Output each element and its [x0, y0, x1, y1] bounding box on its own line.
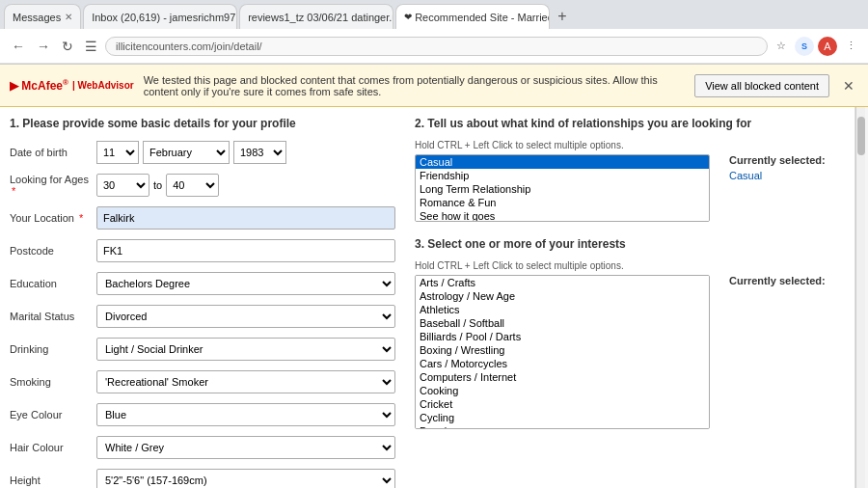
section3-title: 3. Select one or more of your interests	[415, 237, 845, 251]
location-label: Your Location *	[10, 212, 96, 224]
location-control	[96, 206, 395, 230]
education-select[interactable]: Bachelors Degree	[96, 272, 395, 295]
main-area: 1. Please provide some basic details for…	[0, 107, 854, 488]
age-to-select[interactable]: 40	[166, 174, 219, 197]
height-select[interactable]: 5'2"-5'6" (157-169cm)	[96, 469, 395, 488]
home-button[interactable]: ☰	[81, 37, 101, 56]
favicon: ❤	[404, 12, 412, 22]
interests-selected-label: Currently selected:	[729, 275, 845, 286]
right-scroll	[854, 107, 868, 488]
scroll-thumb[interactable]	[857, 117, 865, 155]
postcode-control	[96, 239, 395, 262]
interests-list-wrap: Arts / Crafts Astrology / New Age Athlet…	[415, 275, 710, 429]
dob-control: 11 February 1983	[96, 141, 395, 164]
col-left: 1. Please provide some basic details for…	[10, 117, 395, 488]
nav-bar: ← → ↻ ☰ ☆ S A ⋮	[0, 29, 868, 64]
location-input[interactable]	[96, 206, 395, 230]
mcafee-close-button[interactable]: ✕	[839, 78, 858, 94]
marital-row: Marital Status Divorced	[10, 304, 395, 329]
drinking-row: Drinking Light / Social Drinker	[10, 337, 395, 362]
shield-icon[interactable]: S	[795, 37, 814, 56]
rel-hint: Hold CTRL + Left Click to select multipl…	[415, 140, 845, 150]
mcafee-bar: ▶ McAfee® | WebAdvisor We tested this pa…	[0, 65, 868, 107]
dob-label: Date of birth	[10, 147, 96, 158]
mcafee-webadvisor: | WebAdvisor	[72, 80, 134, 91]
profile-icon[interactable]: A	[818, 37, 837, 56]
age-label: Looking for Ages *	[10, 174, 96, 197]
form-columns: 1. Please provide some basic details for…	[10, 117, 845, 488]
height-label: Height	[10, 474, 96, 486]
browser-chrome: Messages ✕ Inbox (20,619) - jamesrichm97…	[0, 0, 868, 65]
back-button[interactable]: ←	[8, 37, 29, 56]
interests-listbox[interactable]: Arts / Crafts Astrology / New Age Athlet…	[415, 275, 710, 429]
smoking-row: Smoking 'Recreational' Smoker	[10, 369, 395, 394]
nav-icons: ☆ S A ⋮	[772, 37, 860, 56]
col-right: 2. Tell us about what kind of relationsh…	[415, 117, 845, 488]
tab-recommended[interactable]: ❤ Recommended Site - Married D... ✕	[395, 4, 550, 29]
eye-label: Eye Colour	[10, 409, 96, 420]
smoking-select[interactable]: 'Recreational' Smoker	[96, 370, 395, 393]
new-tab-button[interactable]: +	[552, 8, 572, 25]
tab-messages-label: Messages	[13, 12, 61, 23]
postcode-row: Postcode	[10, 238, 395, 263]
age-required: *	[12, 185, 15, 197]
age-control: 30 to 40	[96, 174, 395, 197]
section1-title: 1. Please provide some basic details for…	[10, 117, 395, 130]
eye-select[interactable]: Blue	[96, 403, 395, 426]
hair-label: Hair Colour	[10, 442, 96, 453]
mcafee-logo: ▶ McAfee® | WebAdvisor	[10, 78, 134, 93]
bookmark-icon[interactable]: ☆	[772, 37, 791, 56]
rel-selected-value: Casual	[729, 170, 845, 181]
tab-inbox-label: Inbox (20,619) - jamesrichm97@	[92, 12, 237, 23]
dob-row: Date of birth 11 February 1983	[10, 140, 395, 165]
age-from-select[interactable]: 30	[96, 174, 149, 197]
education-row: Education Bachelors Degree	[10, 271, 395, 296]
tab-messages-close[interactable]: ✕	[65, 12, 72, 22]
marital-label: Marital Status	[10, 311, 96, 322]
interests-hint: Hold CTRL + Left Click to select multipl…	[415, 260, 845, 271]
rel-currently-selected: Currently selected: Casual	[729, 154, 845, 222]
location-required: *	[79, 212, 83, 224]
drinking-control: Light / Social Drinker	[96, 338, 395, 361]
reload-button[interactable]: ↻	[58, 37, 77, 56]
age-to-label: to	[153, 179, 162, 191]
smoking-control: 'Recreational' Smoker	[96, 370, 395, 393]
tab-reviews-label: reviews1_tz 03/06/21 datinger.u	[248, 12, 393, 23]
education-label: Education	[10, 278, 96, 289]
mcafee-view-blocked-button[interactable]: View all blocked content	[694, 74, 829, 97]
tab-bar: Messages ✕ Inbox (20,619) - jamesrichm97…	[0, 0, 868, 29]
height-row: Height 5'2"-5'6" (157-169cm)	[10, 468, 395, 488]
relationship-listbox[interactable]: Casual Friendship Long Term Relationship…	[415, 154, 710, 222]
rel-selected-label: Currently selected:	[729, 154, 845, 166]
eye-control: Blue	[96, 403, 395, 426]
education-control: Bachelors Degree	[96, 272, 395, 295]
postcode-input[interactable]	[96, 239, 395, 262]
interests-currently-selected: Currently selected:	[729, 275, 845, 429]
tab-reviews[interactable]: reviews1_tz 03/06/21 datinger.u ✕	[239, 4, 393, 29]
drinking-select[interactable]: Light / Social Drinker	[96, 338, 395, 361]
page-content: 1. Please provide some basic details for…	[0, 107, 868, 488]
dob-day-select[interactable]: 11	[96, 141, 139, 164]
hair-control: White / Grey	[96, 436, 395, 459]
scroll-track	[855, 107, 865, 488]
forward-button[interactable]: →	[33, 37, 54, 56]
rel-list-wrap: Casual Friendship Long Term Relationship…	[415, 154, 710, 222]
location-row: Your Location *	[10, 205, 395, 230]
tab-recommended-label: Recommended Site - Married D...	[415, 12, 550, 23]
relationship-block: Casual Friendship Long Term Relationship…	[415, 154, 845, 222]
mcafee-message: We tested this page and blocked content …	[144, 74, 686, 97]
address-bar[interactable]	[105, 37, 768, 56]
drinking-label: Drinking	[10, 343, 96, 355]
smoking-label: Smoking	[10, 376, 96, 388]
dob-month-select[interactable]: February	[143, 141, 230, 164]
marital-select[interactable]: Divorced	[96, 305, 395, 328]
menu-icon[interactable]: ⋮	[841, 37, 860, 56]
tab-messages[interactable]: Messages ✕	[4, 4, 81, 29]
postcode-label: Postcode	[10, 245, 96, 257]
hair-select[interactable]: White / Grey	[96, 436, 395, 459]
section2-title: 2. Tell us about what kind of relationsh…	[415, 117, 845, 130]
marital-control: Divorced	[96, 305, 395, 328]
dob-year-select[interactable]: 1983	[233, 141, 286, 164]
tab-inbox[interactable]: Inbox (20,619) - jamesrichm97@ ✕	[83, 4, 237, 29]
age-row: Looking for Ages * 30 to 40	[10, 173, 395, 198]
